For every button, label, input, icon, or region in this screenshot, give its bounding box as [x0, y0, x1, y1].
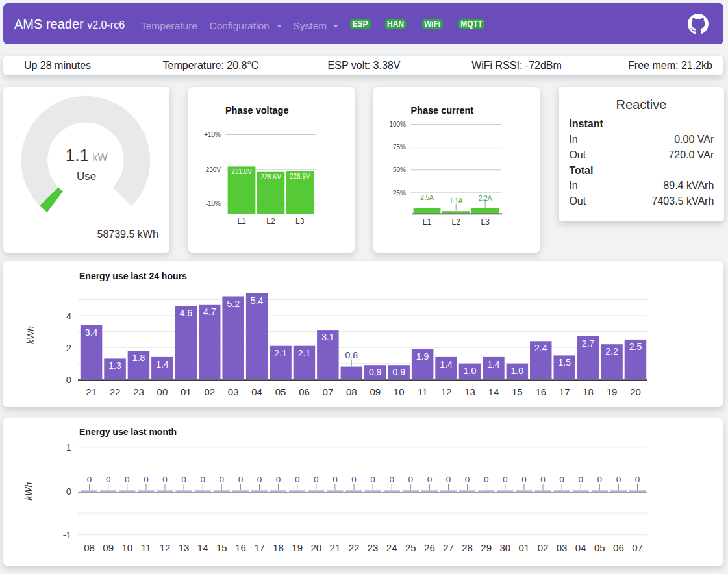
- svg-text:0: 0: [181, 475, 186, 484]
- svg-text:26: 26: [424, 542, 435, 553]
- svg-text:07: 07: [632, 542, 643, 553]
- svg-text:228.6V: 228.6V: [260, 173, 281, 181]
- svg-text:1.4: 1.4: [156, 359, 169, 369]
- svg-text:0: 0: [220, 475, 225, 484]
- svg-text:05: 05: [594, 542, 605, 553]
- svg-text:01: 01: [519, 542, 530, 553]
- svg-text:0: 0: [66, 374, 71, 385]
- svg-text:2.1: 2.1: [274, 348, 287, 358]
- svg-text:02: 02: [538, 542, 549, 553]
- svg-text:0: 0: [616, 475, 621, 484]
- svg-text:-10%: -10%: [206, 200, 221, 207]
- svg-text:3.4: 3.4: [85, 327, 98, 338]
- svg-text:0: 0: [333, 475, 338, 484]
- svg-text:21: 21: [86, 386, 97, 397]
- svg-text:100%: 100%: [389, 121, 406, 128]
- svg-text:Out: Out: [569, 195, 586, 206]
- svg-text:17: 17: [254, 542, 265, 553]
- svg-text:06: 06: [613, 542, 624, 553]
- svg-text:In: In: [569, 134, 577, 145]
- svg-text:1: 1: [66, 442, 71, 453]
- svg-text:0: 0: [408, 475, 414, 484]
- svg-text:0: 0: [351, 475, 357, 484]
- svg-text:04: 04: [251, 386, 262, 397]
- svg-text:0: 0: [87, 475, 92, 484]
- svg-text:00: 00: [157, 386, 168, 397]
- svg-text:0.8: 0.8: [345, 350, 358, 360]
- svg-text:2: 2: [66, 342, 71, 353]
- svg-text:30: 30: [499, 542, 510, 553]
- svg-text:08: 08: [84, 542, 95, 553]
- svg-text:3.1: 3.1: [321, 332, 334, 342]
- svg-text:7403.5 kVArh: 7403.5 kVArh: [652, 195, 714, 206]
- svg-text:0: 0: [578, 475, 583, 484]
- svg-text:5.2: 5.2: [227, 299, 240, 309]
- svg-text:Phase voltage: Phase voltage: [225, 105, 289, 116]
- svg-text:15: 15: [216, 542, 227, 553]
- svg-text:0.9: 0.9: [369, 367, 382, 377]
- svg-text:Total: Total: [569, 165, 593, 176]
- svg-text:10: 10: [394, 386, 405, 397]
- svg-text:kWh: kWh: [25, 326, 36, 344]
- svg-text:1.4: 1.4: [487, 359, 500, 369]
- svg-text:13: 13: [464, 386, 475, 397]
- svg-text:06: 06: [299, 386, 310, 397]
- svg-text:27: 27: [443, 542, 454, 553]
- svg-text:L2: L2: [452, 218, 461, 227]
- svg-text:29: 29: [481, 542, 492, 553]
- svg-text:230V: 230V: [206, 166, 221, 173]
- svg-text:0: 0: [465, 475, 470, 484]
- svg-text:2.7: 2.7: [582, 338, 595, 349]
- svg-text:0: 0: [635, 475, 640, 484]
- svg-text:14: 14: [197, 542, 208, 553]
- svg-text:0: 0: [106, 475, 111, 484]
- svg-text:Out: Out: [569, 149, 586, 160]
- svg-text:2.2: 2.2: [605, 346, 618, 356]
- svg-text:0: 0: [389, 475, 394, 484]
- svg-text:L1: L1: [423, 218, 432, 227]
- svg-text:0: 0: [295, 475, 300, 484]
- svg-text:2.2A: 2.2A: [479, 195, 492, 202]
- svg-text:0: 0: [484, 475, 489, 484]
- svg-text:14: 14: [488, 386, 499, 397]
- svg-text:Phase current: Phase current: [410, 105, 473, 116]
- svg-text:0.00 VAr: 0.00 VAr: [674, 134, 714, 145]
- svg-text:0: 0: [125, 475, 130, 484]
- svg-text:11: 11: [418, 386, 428, 397]
- svg-text:89.4 kVArh: 89.4 kVArh: [663, 180, 714, 191]
- svg-text:L3: L3: [481, 218, 490, 227]
- svg-text:Instant: Instant: [569, 118, 603, 129]
- svg-text:17: 17: [559, 386, 570, 397]
- svg-text:4.6: 4.6: [180, 308, 193, 318]
- svg-text:Use: Use: [77, 170, 96, 182]
- svg-text:03: 03: [557, 542, 568, 553]
- svg-text:08: 08: [346, 386, 357, 397]
- svg-text:L2: L2: [266, 217, 275, 226]
- svg-text:05: 05: [275, 386, 286, 397]
- svg-text:07: 07: [323, 386, 334, 397]
- svg-text:0: 0: [162, 475, 168, 484]
- svg-text:L3: L3: [295, 217, 305, 226]
- svg-text:24: 24: [386, 542, 397, 553]
- svg-text:1.5: 1.5: [558, 357, 571, 368]
- svg-text:0: 0: [503, 475, 508, 484]
- svg-text:09: 09: [103, 542, 114, 553]
- svg-text:1.0: 1.0: [464, 366, 477, 376]
- svg-text:75%: 75%: [393, 144, 406, 151]
- svg-text:0: 0: [238, 475, 244, 484]
- svg-text:1.1: 1.1: [66, 145, 89, 165]
- svg-text:0.9: 0.9: [392, 367, 405, 377]
- svg-text:0: 0: [276, 475, 281, 484]
- svg-text:5.4: 5.4: [251, 295, 264, 306]
- svg-text:1.1A: 1.1A: [449, 197, 463, 205]
- svg-text:28: 28: [462, 542, 473, 553]
- svg-text:kWh: kWh: [23, 482, 34, 501]
- svg-text:11: 11: [141, 542, 151, 553]
- svg-text:0: 0: [597, 475, 603, 484]
- svg-text:0: 0: [144, 475, 149, 484]
- svg-text:4: 4: [66, 310, 71, 321]
- svg-text:16: 16: [235, 542, 246, 553]
- svg-text:23: 23: [133, 386, 144, 397]
- svg-text:50%: 50%: [393, 166, 406, 173]
- svg-text:Reactive: Reactive: [616, 97, 667, 112]
